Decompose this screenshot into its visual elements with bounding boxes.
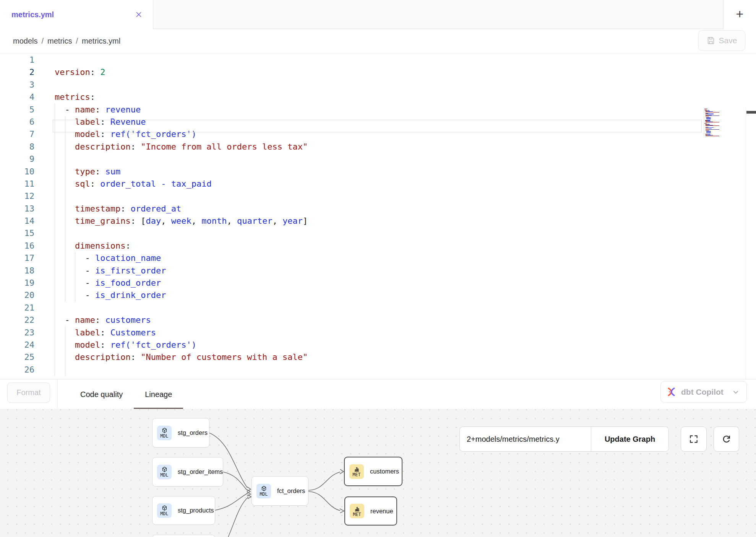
close-icon[interactable] [135, 10, 143, 19]
line-content: sql: order_total - tax_paid [55, 178, 212, 190]
code-line[interactable]: 10 type: sum [0, 166, 756, 178]
code-line[interactable]: 22 - name: customers [0, 314, 756, 326]
line-content: label: Revenue [55, 116, 146, 128]
indent-guide [55, 128, 55, 140]
tab-lineage[interactable]: Lineage [134, 379, 183, 409]
indent-guide [55, 314, 55, 326]
code-line[interactable]: 26 [0, 364, 756, 376]
node-label: stg_products [178, 507, 214, 514]
code-line[interactable]: 24 model: ref('fct_orders') [0, 339, 756, 351]
code-line[interactable]: 8 description: "Income from all orders l… [0, 141, 756, 153]
indent-guide [75, 277, 75, 289]
panel-tabs: Code quality Lineage [69, 379, 183, 409]
code-line[interactable]: 25 description: "Number of customers wit… [0, 351, 756, 363]
save-button[interactable]: Save [698, 30, 745, 51]
code-line[interactable]: 9 [0, 153, 756, 165]
code-line[interactable]: 19 - is_food_order [0, 277, 756, 289]
dbt-copilot-button[interactable]: dbt Copilot [660, 381, 747, 403]
line-content: - name: customers [55, 314, 151, 326]
minimap[interactable] [704, 108, 744, 137]
line-number: 17 [0, 252, 34, 264]
format-button[interactable]: Format [7, 382, 50, 403]
code-line[interactable]: 18 - is_first_order [0, 265, 756, 277]
code-line[interactable]: 5 - name: revenue [0, 104, 756, 116]
line-content: model: ref('fct_orders') [55, 128, 196, 140]
indent-guide [65, 166, 65, 178]
line-content: - location_name [55, 252, 161, 264]
indent-guide [65, 277, 65, 289]
code-line[interactable]: 6 label: Revenue [0, 116, 756, 128]
line-content: description: "Number of customers with a… [55, 351, 308, 363]
lineage-node-partial[interactable]: MDL [152, 535, 215, 537]
indent-guide [75, 252, 75, 264]
fullscreen-button[interactable] [681, 426, 707, 452]
metric-badge: MET [350, 504, 364, 518]
line-number: 19 [0, 277, 34, 289]
code-line[interactable]: 14 time_grains: [day, week, month, quart… [0, 215, 756, 227]
line-number: 20 [0, 289, 34, 301]
indent-guide [55, 227, 55, 239]
indent-guide [55, 252, 55, 264]
code-line[interactable]: 16 dimensions: [0, 240, 756, 252]
indent-guide [65, 227, 65, 239]
indent-guide [55, 277, 55, 289]
code-line[interactable]: 2version: 2 [0, 66, 756, 78]
node-label: fct_orders [277, 487, 305, 495]
lineage-panel[interactable]: MDLstg_ordersMDLstg_order_itemsMDLstg_pr… [0, 409, 756, 537]
indent-guide [55, 178, 55, 190]
indent-guide [65, 327, 65, 339]
lineage-node-stg_products[interactable]: MDLstg_products [152, 496, 215, 525]
model-badge: MDL [256, 484, 271, 498]
indent-guide [55, 215, 55, 227]
line-number: 10 [0, 166, 34, 178]
code-line[interactable]: 13 timestamp: ordered_at [0, 203, 756, 215]
code-line[interactable]: 4metrics: [0, 91, 756, 103]
path-bar: models/metrics/metrics.yml Save [0, 29, 756, 54]
lineage-node-stg_orders[interactable]: MDLstg_orders [152, 418, 209, 447]
code-line[interactable]: 20 - is_drink_order [0, 289, 756, 301]
code-line[interactable]: 23 label: Customers [0, 327, 756, 339]
code-line[interactable]: 17 - location_name [0, 252, 756, 264]
graph-controls: Update Graph [459, 426, 669, 452]
indent-guide [55, 203, 55, 215]
plus-icon: + [736, 7, 744, 20]
line-content: - is_drink_order [55, 289, 166, 301]
code-editor[interactable]: 12version: 234metrics:5 - name: revenue6… [0, 54, 756, 379]
scrollbar-cursor-mark [746, 111, 756, 114]
lineage-node-customers[interactable]: METcustomers [344, 457, 402, 486]
line-number: 12 [0, 190, 34, 202]
indent-guide [55, 289, 55, 301]
refresh-button[interactable] [714, 426, 739, 452]
tab-metrics-yml[interactable]: metrics.yml [0, 0, 153, 29]
line-number: 26 [0, 364, 34, 376]
lineage-search-input[interactable] [460, 427, 591, 451]
code-line[interactable]: 15 [0, 227, 756, 239]
code-line[interactable]: 12 [0, 190, 756, 202]
lineage-node-stg_order_items[interactable]: MDLstg_order_items [152, 457, 223, 487]
tab-code-quality[interactable]: Code quality [69, 379, 134, 409]
code-line[interactable]: 1 [0, 54, 756, 66]
bottom-toolbar: Format Code quality Lineage dbt Copilot [0, 379, 756, 409]
line-number: 2 [0, 66, 34, 78]
indent-guide [75, 289, 75, 301]
code-line[interactable]: 21 [0, 302, 756, 314]
tab-label: metrics.yml [11, 10, 54, 19]
new-tab-button[interactable]: + [723, 0, 756, 29]
node-label: customers [370, 468, 399, 475]
line-content: time_grains: [day, week, month, quarter,… [55, 215, 308, 227]
lineage-node-revenue[interactable]: METrevenue [344, 496, 397, 526]
lineage-node-fct_orders[interactable]: MDLfct_orders [251, 476, 308, 506]
indent-guide [65, 203, 65, 215]
line-number: 11 [0, 178, 34, 190]
code-line[interactable]: 7 model: ref('fct_orders') [0, 128, 756, 140]
code-line[interactable]: 11 sql: order_total - tax_paid [0, 178, 756, 190]
indent-guide [65, 141, 65, 153]
line-number: 1 [0, 54, 34, 66]
indent-guide [55, 116, 55, 128]
tab-bar: metrics.yml + [0, 0, 756, 29]
save-label: Save [719, 36, 737, 45]
line-number: 23 [0, 327, 34, 339]
update-graph-button[interactable]: Update Graph [591, 427, 668, 451]
line-number: 5 [0, 104, 34, 116]
code-line[interactable]: 3 [0, 79, 756, 91]
